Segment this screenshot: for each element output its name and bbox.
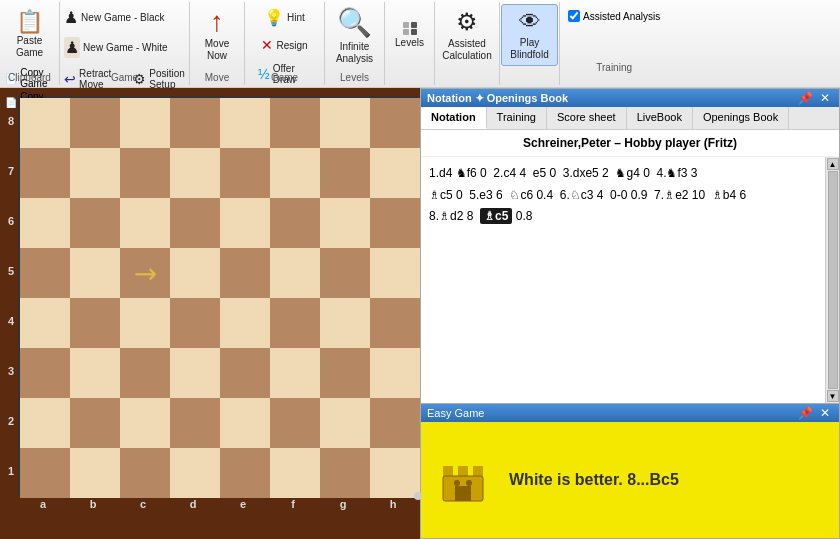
cell-e1[interactable] [220,448,270,498]
cell-f8[interactable] [270,98,320,148]
cell-c3[interactable] [120,348,170,398]
cell-h8[interactable] [370,98,420,148]
cell-d1[interactable] [170,448,220,498]
cell-f7[interactable] [270,148,320,198]
cell-a7[interactable] [20,148,70,198]
cell-e7[interactable] [220,148,270,198]
cell-e8[interactable] [220,98,270,148]
infinite-analysis-icon: 🔍 [337,6,372,39]
paste-game-button[interactable]: 📋 Paste Game [6,4,53,66]
cell-c2[interactable] [120,398,170,448]
cell-c5[interactable]: ↗ [120,248,170,298]
easy-game-close-button[interactable]: ✕ [817,406,833,420]
cell-c4[interactable] [120,298,170,348]
cell-f6[interactable] [270,198,320,248]
cell-f4[interactable] [270,298,320,348]
scroll-up-button[interactable]: ▲ [827,158,839,170]
cell-a6[interactable] [20,198,70,248]
cell-e6[interactable] [220,198,270,248]
cell-h7[interactable] [370,148,420,198]
new-game-black-button[interactable]: ♟ New Game - Black [57,4,171,31]
cell-f5[interactable] [270,248,320,298]
cell-h5[interactable] [370,248,420,298]
cell-c6[interactable] [120,198,170,248]
assisted-analysis-checkbox[interactable] [568,10,580,22]
cell-h4[interactable] [370,298,420,348]
cell-d2[interactable] [170,398,220,448]
scroll-down-button[interactable]: ▼ [827,390,839,402]
cell-b3[interactable] [70,348,120,398]
cell-d7[interactable] [170,148,220,198]
cell-b7[interactable] [70,148,120,198]
panel-close-button[interactable]: ✕ [817,91,833,105]
cell-d5[interactable] [170,248,220,298]
tab-training[interactable]: Training [487,107,547,129]
cell-c7[interactable] [120,148,170,198]
tab-notation[interactable]: Notation [421,107,487,129]
notation-titlebar: Notation ✦ Openings Book 📌 ✕ [421,89,839,107]
assisted-calc-group: ⚙ Assisted Calculation [435,2,500,85]
easy-game-controls: 📌 ✕ [797,406,833,420]
cell-g5[interactable] [320,248,370,298]
resign-button[interactable]: ✕ Resign [251,33,318,57]
cell-d8[interactable] [170,98,220,148]
cell-c8[interactable] [120,98,170,148]
cell-f3[interactable] [270,348,320,398]
tab-livebook[interactable]: LiveBook [627,107,693,129]
cell-g4[interactable] [320,298,370,348]
game-move-label: Game [245,72,324,83]
cell-h6[interactable] [370,198,420,248]
cell-h1[interactable] [370,448,420,498]
cell-e2[interactable] [220,398,270,448]
new-game-white-button[interactable]: ♟ New Game - White [57,33,174,62]
cell-a1[interactable] [20,448,70,498]
rank-labels: 8 7 6 5 4 3 2 1 [8,96,14,496]
cell-b5[interactable] [70,248,120,298]
cell-f1[interactable] [270,448,320,498]
cell-g1[interactable] [320,448,370,498]
cell-e5[interactable] [220,248,270,298]
play-blindfold-button[interactable]: 👁 Play Blindfold [501,4,557,66]
assisted-analysis-checkbox-row[interactable]: Assisted Analysis [568,10,660,22]
cell-b2[interactable] [70,398,120,448]
cell-c1[interactable] [120,448,170,498]
assisted-calc-button[interactable]: ⚙ Assisted Calculation [433,4,500,66]
tab-openings-book[interactable]: Openings Book [693,107,789,129]
cell-d4[interactable] [170,298,220,348]
cell-d3[interactable] [170,348,220,398]
cell-h3[interactable] [370,348,420,398]
cell-b6[interactable] [70,198,120,248]
cell-g2[interactable] [320,398,370,448]
cell-e4[interactable] [220,298,270,348]
move-now-button[interactable]: ↑ Move Now [196,4,238,66]
cell-g7[interactable] [320,148,370,198]
cell-a8[interactable] [20,98,70,148]
cell-f2[interactable] [270,398,320,448]
cell-a4[interactable] [20,298,70,348]
notation-scrollbar[interactable]: ▲ ▼ [825,157,839,403]
rank-4: 4 [8,296,14,346]
scroll-thumb[interactable] [828,171,838,389]
cell-g3[interactable] [320,348,370,398]
levels-button[interactable]: Levels [386,4,433,66]
notation-panel: Notation ✦ Openings Book 📌 ✕ Notation Tr… [420,88,840,404]
cell-g8[interactable] [320,98,370,148]
cell-b4[interactable] [70,298,120,348]
cell-b8[interactable] [70,98,120,148]
chess-board[interactable]: ↗ [18,96,418,496]
cell-a5[interactable] [20,248,70,298]
tab-score-sheet[interactable]: Score sheet [547,107,627,129]
cell-h2[interactable] [370,398,420,448]
cell-g6[interactable] [320,198,370,248]
cell-a2[interactable] [20,398,70,448]
game-label: Game [60,72,189,83]
panel-pin-button[interactable]: 📌 [797,91,813,105]
hint-button[interactable]: 💡 Hint [251,4,318,31]
infinite-analysis-group: 🔍 Infinite Analysis Levels [325,2,385,85]
cell-b1[interactable] [70,448,120,498]
cell-e3[interactable] [220,348,270,398]
infinite-analysis-button[interactable]: 🔍 Infinite Analysis [327,4,382,66]
cell-d6[interactable] [170,198,220,248]
easy-game-pin-button[interactable]: 📌 [797,406,813,420]
cell-a3[interactable] [20,348,70,398]
